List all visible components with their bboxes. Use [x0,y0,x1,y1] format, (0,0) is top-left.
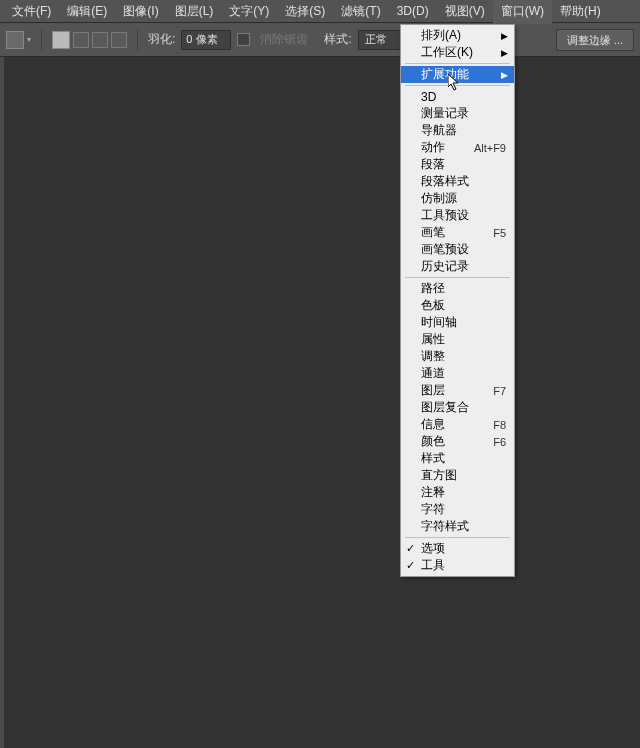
menu-entry-1[interactable]: 工作区(K)▶ [401,44,514,61]
menu-entry-33[interactable]: ✓选项 [401,540,514,557]
menu-entry-6[interactable]: 测量记录 [401,105,514,122]
feather-input[interactable] [181,30,231,50]
menu-entry-8[interactable]: 动作Alt+F9 [401,139,514,156]
menu-item-7[interactable]: 3D(D) [389,0,437,22]
menu-entry-34[interactable]: ✓工具 [401,557,514,574]
menu-entry-label: 动作 [421,139,445,156]
menu-shortcut: F7 [493,385,506,397]
menu-item-5[interactable]: 选择(S) [277,0,333,24]
menu-entry-label: 选项 [421,540,445,557]
style-label: 样式: [324,31,351,48]
menu-entry-label: 通道 [421,365,445,382]
menu-entry-21[interactable]: 调整 [401,348,514,365]
menu-separator [405,63,510,64]
menu-entry-label: 导航器 [421,122,457,139]
menu-entry-19[interactable]: 时间轴 [401,314,514,331]
menu-entry-label: 注释 [421,484,445,501]
menu-entry-label: 字符样式 [421,518,469,535]
menu-entry-label: 色板 [421,297,445,314]
menu-entry-label: 工具预设 [421,207,469,224]
menu-entry-label: 工具 [421,557,445,574]
canvas-area [0,57,640,748]
menu-entry-31[interactable]: 字符样式 [401,518,514,535]
menu-separator [405,85,510,86]
menu-entry-label: 段落 [421,156,445,173]
menu-separator [405,537,510,538]
menu-entry-11[interactable]: 仿制源 [401,190,514,207]
menu-shortcut: F8 [493,419,506,431]
tool-preset-icon [6,31,24,49]
menu-entry-29[interactable]: 注释 [401,484,514,501]
menu-entry-3[interactable]: 扩展功能▶ [401,66,514,83]
menu-entry-7[interactable]: 导航器 [401,122,514,139]
menu-entry-label: 3D [421,90,436,104]
menu-entry-26[interactable]: 颜色F6 [401,433,514,450]
refine-edge-button[interactable]: 调整边缘 ... [556,29,634,51]
menu-shortcut: F6 [493,436,506,448]
menu-shortcut: F5 [493,227,506,239]
menu-separator [405,277,510,278]
menu-entry-label: 属性 [421,331,445,348]
check-icon: ✓ [406,559,415,572]
menu-item-10[interactable]: 帮助(H) [552,0,609,24]
menu-entry-17[interactable]: 路径 [401,280,514,297]
menu-entry-label: 仿制源 [421,190,457,207]
menu-item-3[interactable]: 图层(L) [167,0,222,24]
menu-entry-23[interactable]: 图层F7 [401,382,514,399]
menu-entry-30[interactable]: 字符 [401,501,514,518]
tool-preset-group[interactable]: ▾ [6,31,31,49]
chevron-right-icon: ▶ [501,48,508,58]
antialias-checkbox [237,33,250,46]
menu-entry-label: 排列(A) [421,27,461,44]
menu-entry-14[interactable]: 画笔预设 [401,241,514,258]
menu-entry-label: 历史记录 [421,258,469,275]
menu-item-6[interactable]: 滤镜(T) [333,0,388,24]
menu-entry-12[interactable]: 工具预设 [401,207,514,224]
menu-entry-label: 扩展功能 [421,66,469,83]
menu-entry-label: 画笔 [421,224,445,241]
selection-new-icon[interactable] [52,31,70,49]
chevron-right-icon: ▶ [501,70,508,80]
menu-entry-label: 直方图 [421,467,457,484]
menu-entry-label: 图层 [421,382,445,399]
menu-entry-22[interactable]: 通道 [401,365,514,382]
menu-shortcut: Alt+F9 [474,142,506,154]
menu-entry-25[interactable]: 信息F8 [401,416,514,433]
panel-strip [0,57,4,748]
window-menu-dropdown: 排列(A)▶工作区(K)▶扩展功能▶3D测量记录导航器动作Alt+F9段落段落样… [400,24,515,577]
selection-intersect-icon[interactable] [111,32,127,48]
selection-add-icon[interactable] [73,32,89,48]
selection-subtract-icon[interactable] [92,32,108,48]
menu-entry-24[interactable]: 图层复合 [401,399,514,416]
menu-entry-label: 调整 [421,348,445,365]
check-icon: ✓ [406,542,415,555]
antialias-label: 消除锯齿 [260,31,308,48]
menu-entry-27[interactable]: 样式 [401,450,514,467]
menu-item-1[interactable]: 编辑(E) [59,0,115,24]
menu-item-8[interactable]: 视图(V) [437,0,493,24]
menu-entry-10[interactable]: 段落样式 [401,173,514,190]
menu-entry-18[interactable]: 色板 [401,297,514,314]
menu-item-4[interactable]: 文字(Y) [221,0,277,24]
menubar: 文件(F)编辑(E)图像(I)图层(L)文字(Y)选择(S)滤镜(T)3D(D)… [0,0,640,23]
menu-entry-28[interactable]: 直方图 [401,467,514,484]
menu-entry-label: 样式 [421,450,445,467]
menu-entry-0[interactable]: 排列(A)▶ [401,27,514,44]
menu-entry-20[interactable]: 属性 [401,331,514,348]
divider-icon [137,29,138,51]
menu-item-0[interactable]: 文件(F) [4,0,59,24]
options-toolbar: ▾ 羽化: 消除锯齿 样式: 正常 ▾ 宽 调整边缘 ... [0,23,640,57]
menu-item-2[interactable]: 图像(I) [115,0,166,24]
menu-entry-label: 路径 [421,280,445,297]
menu-item-9[interactable]: 窗口(W) [493,0,552,24]
menu-entry-label: 工作区(K) [421,44,473,61]
divider-icon [41,29,42,51]
menu-entry-9[interactable]: 段落 [401,156,514,173]
menu-entry-13[interactable]: 画笔F5 [401,224,514,241]
style-value: 正常 [365,32,387,47]
feather-label: 羽化: [148,31,175,48]
menu-entry-label: 图层复合 [421,399,469,416]
menu-entry-15[interactable]: 历史记录 [401,258,514,275]
menu-entry-label: 颜色 [421,433,445,450]
menu-entry-5[interactable]: 3D [401,88,514,105]
